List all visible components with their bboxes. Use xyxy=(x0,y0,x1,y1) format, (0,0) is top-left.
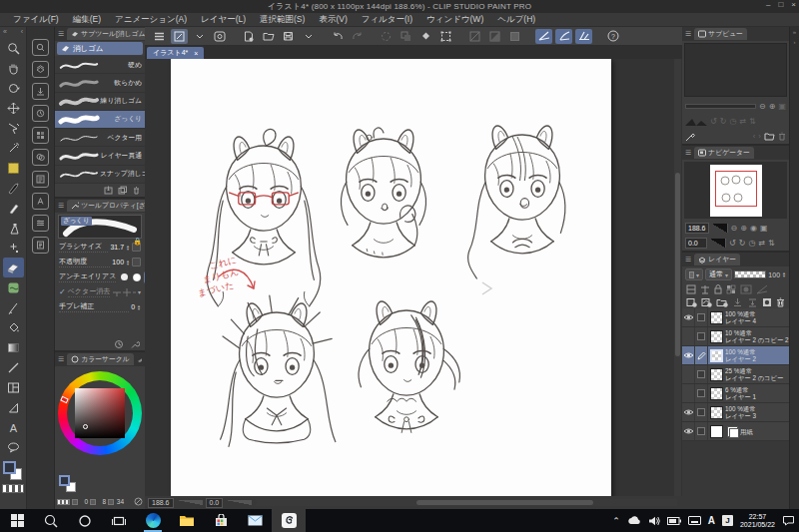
nav-reset-icon[interactable]: ◷ xyxy=(748,239,755,248)
visible-eye-icon[interactable] xyxy=(683,351,694,359)
palette-collapse-arrows[interactable]: «‹ xyxy=(0,28,26,38)
merge-down-icon[interactable] xyxy=(747,297,758,307)
panel-menu-icon[interactable]: ☰ xyxy=(58,30,64,38)
brush-size-stepper[interactable]: ▲▼ xyxy=(126,245,130,251)
horizontal-scrollbar-thumb[interactable] xyxy=(416,500,593,505)
menu-filter[interactable]: フィルター(I) xyxy=(355,14,419,26)
layer-palette-color-combo[interactable]: ▾ xyxy=(685,268,703,280)
menu-file[interactable]: ファイル(F) xyxy=(6,14,66,26)
paper-thumbnail[interactable] xyxy=(710,425,723,438)
decoration-tool[interactable] xyxy=(3,238,24,258)
invert-selection-icon[interactable] xyxy=(398,29,414,44)
start-button[interactable] xyxy=(0,509,34,532)
layer-thumbnail[interactable] xyxy=(710,406,723,419)
menu-window[interactable]: ウィンドウ(W) xyxy=(419,14,490,26)
flip-vertical-icon[interactable]: ⇅ xyxy=(749,117,756,126)
ime-toolbar-icon[interactable] xyxy=(688,516,701,525)
move-tool[interactable] xyxy=(3,98,24,118)
new-vector-layer-icon[interactable] xyxy=(701,297,712,307)
task-view-button[interactable] xyxy=(102,509,136,532)
layer-opacity-stepper[interactable]: ▲▼ xyxy=(782,271,786,277)
save-icon[interactable] xyxy=(280,29,297,44)
nav-zoom-out-icon[interactable]: ⊖ xyxy=(731,224,738,233)
dock-quick-access-icon[interactable] xyxy=(32,39,49,56)
visible-eye-icon[interactable] xyxy=(683,408,694,416)
main-color-swatch[interactable] xyxy=(59,475,70,486)
nav-rotate-left-icon[interactable]: ↺ xyxy=(729,239,736,248)
redo-icon[interactable] xyxy=(349,29,366,44)
nav-fit-icon[interactable]: ▣ xyxy=(760,224,768,233)
subtool-group-eraser[interactable]: 消しゴム xyxy=(57,42,143,55)
reset-rotation-icon[interactable]: ◷ xyxy=(729,117,736,126)
navigator-zoom-slider[interactable] xyxy=(712,224,728,233)
fill-command-icon[interactable] xyxy=(417,29,434,44)
panel-menu-icon[interactable]: ☰ xyxy=(685,30,691,38)
vector-erase-caret[interactable]: ▾ xyxy=(138,288,141,295)
cortana-button[interactable] xyxy=(68,509,102,532)
zoom-in-icon[interactable]: ⊕ xyxy=(769,102,776,111)
delete-layer-icon[interactable] xyxy=(776,297,785,307)
reference-layer-icon[interactable] xyxy=(700,284,710,294)
navigator-rotation-value[interactable]: 0.0 xyxy=(685,238,707,249)
tool-property-tab[interactable]: ☰ ツールプロパティ[ざっくり] xyxy=(55,199,145,213)
menu-help[interactable]: ヘルプ(H) xyxy=(490,14,542,26)
open-file-icon[interactable] xyxy=(260,29,277,44)
status-zoom-value[interactable]: 188.6 xyxy=(148,498,174,508)
help-icon[interactable]: ? xyxy=(604,29,621,44)
new-raster-layer-icon[interactable] xyxy=(686,297,697,307)
undo-icon[interactable] xyxy=(329,29,346,44)
zoom-out-icon[interactable]: ⊖ xyxy=(759,102,766,111)
set-ruler-icon[interactable] xyxy=(756,284,768,294)
subtool-item-rough[interactable]: ざっくり xyxy=(55,111,145,129)
subview-tab[interactable]: ☰ サブビュー xyxy=(682,27,789,41)
taskbar-clock[interactable]: 22:57 2021/05/22 xyxy=(740,513,775,529)
transfer-to-lower-icon[interactable] xyxy=(732,297,743,307)
stabilization-stepper[interactable]: ▲▼ xyxy=(137,304,141,310)
brush-size-value[interactable]: 31.7 xyxy=(110,244,124,251)
layer-row-2-copy[interactable]: 25 %通常レイヤー 2 のコピー xyxy=(682,365,789,384)
canvas-tab-close-icon[interactable]: × xyxy=(194,50,198,57)
dock-color-mixing-icon[interactable] xyxy=(32,149,49,166)
color-wheel-tab[interactable]: ☰ カラーサークル xyxy=(55,352,145,366)
clip-at-layer-icon[interactable] xyxy=(686,284,696,294)
aa-none[interactable] xyxy=(118,271,130,283)
layer-thumbnail[interactable] xyxy=(710,311,723,324)
auto-select-tool[interactable] xyxy=(3,138,24,158)
transparent-chip[interactable] xyxy=(57,499,70,505)
microsoft-store-button[interactable] xyxy=(204,509,238,532)
onedrive-cloud-icon[interactable] xyxy=(627,516,641,525)
mail-button[interactable] xyxy=(238,509,272,532)
eraser-tool[interactable] xyxy=(3,258,24,277)
clear-subview-icon[interactable] xyxy=(778,132,786,141)
next-image-icon[interactable]: › xyxy=(758,132,761,141)
opacity-stepper[interactable]: ▲▼ xyxy=(126,260,130,266)
layer-row-1[interactable]: 6 %通常レイヤー 1 xyxy=(682,384,789,403)
layer-mask-icon[interactable] xyxy=(762,297,772,307)
color-wheel-swatches[interactable] xyxy=(59,475,79,493)
selection-tool[interactable] xyxy=(3,158,24,178)
vector-erase-checkbox[interactable]: ✓ xyxy=(59,287,66,296)
layer-row-2-selected[interactable]: 100 %通常レイヤー 2 xyxy=(682,346,789,365)
duplicate-subtool-icon[interactable] xyxy=(118,186,127,195)
subtool-item-snap[interactable]: スナップ消しゴム xyxy=(55,166,145,184)
dock-material-icon[interactable] xyxy=(32,61,49,78)
operation-tool[interactable] xyxy=(3,118,24,138)
pen-tool[interactable] xyxy=(3,178,24,198)
visible-eye-icon[interactable] xyxy=(683,427,694,435)
opacity-value[interactable]: 100 xyxy=(112,259,124,266)
layers-tab[interactable]: ☰ レイヤー xyxy=(682,253,789,266)
navigator-tab[interactable]: ☰ ナビゲーター xyxy=(682,146,789,160)
subtool-item-soft[interactable]: 軟らかめ xyxy=(55,74,145,92)
dock-subtool-detail-icon[interactable] xyxy=(32,171,49,188)
navigator-preview[interactable] xyxy=(684,162,787,219)
nav-flip-vertical-icon[interactable]: ⇅ xyxy=(768,239,775,248)
saturation-value-square[interactable] xyxy=(75,388,125,438)
eyedropper-icon[interactable] xyxy=(685,132,695,142)
rotate-left-icon[interactable]: ↺ xyxy=(710,117,717,126)
ime-mode-indicator[interactable]: A xyxy=(708,515,715,526)
transform-icon[interactable] xyxy=(437,29,454,44)
status-rotation-value[interactable]: 0.0 xyxy=(206,498,224,508)
pencil-tool[interactable] xyxy=(3,198,24,218)
dock-color-set-icon[interactable] xyxy=(32,127,49,144)
subtool-item-kneaded[interactable]: 練り消しゴム xyxy=(55,93,145,111)
